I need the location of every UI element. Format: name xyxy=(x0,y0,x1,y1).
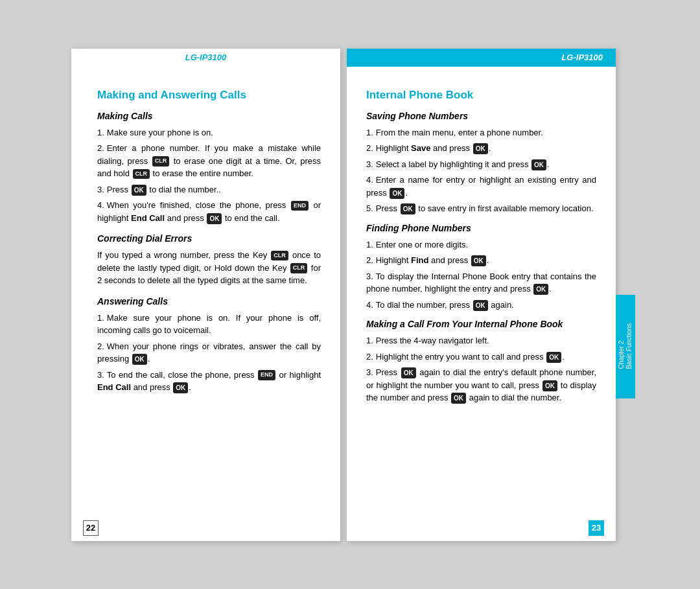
saving-list: 1.From the main menu, enter a phone numb… xyxy=(366,126,596,215)
left-page-number: 22 xyxy=(83,520,99,536)
left-page-content: Making and Answering Calls Making Calls … xyxy=(97,89,321,394)
list-item: 1.From the main menu, enter a phone numb… xyxy=(366,126,596,139)
chapter-label: Chapter 2 Basic Functions xyxy=(618,323,633,369)
ok-badge: OK xyxy=(533,284,548,295)
subsection-saving: Saving Phone Numbers xyxy=(366,111,596,121)
chapter-number: Chapter 2 xyxy=(618,323,625,369)
list-item: 1.Make sure your phone is on. xyxy=(97,126,321,139)
ok-badge: OK xyxy=(132,354,147,365)
subsection-finding: Finding Phone Numbers xyxy=(366,223,596,233)
ok-badge: OK xyxy=(531,159,546,170)
right-header-title: LG-IP3100 xyxy=(561,52,603,62)
subsection-making-calls: Making Calls xyxy=(97,111,321,121)
end-badge: END xyxy=(291,201,309,211)
subsection-answering: Answering Calls xyxy=(97,296,321,306)
ok-badge: OK xyxy=(207,213,222,224)
list-item: 3.Press OK to dial the number.. xyxy=(97,183,321,196)
ok-badge: OK xyxy=(401,367,416,378)
ok-badge: OK xyxy=(173,382,188,393)
ok-badge: OK xyxy=(451,393,466,404)
ok-badge: OK xyxy=(542,380,557,391)
list-item: 5.Press OK to save entry in first availa… xyxy=(366,202,596,215)
correcting-paragraph: If you typed a wrong number, press the K… xyxy=(97,249,321,287)
clr-badge: CLR xyxy=(290,263,308,273)
right-page: LG-IP3100 Internal Phone Book Saving Pho… xyxy=(347,49,616,541)
ok-badge: OK xyxy=(546,352,561,363)
right-page-content: Internal Phone Book Saving Phone Numbers… xyxy=(366,89,596,404)
ok-badge: OK xyxy=(471,255,486,266)
subsection-correcting: Correcting Dial Errors xyxy=(97,233,321,244)
list-item: 3.To display the Internal Phone Book ent… xyxy=(366,270,596,295)
list-item: 1.Enter one or more digits. xyxy=(366,238,596,251)
call-from-internal-list: 1.Press the 4-way navigator left. 2.High… xyxy=(366,334,596,404)
list-item: 2.Enter a phone number. If you make a mi… xyxy=(97,142,321,180)
page-spread: LG-IP3100 Making and Answering Calls Mak… xyxy=(71,49,629,541)
list-item: 3.To end the call, close the phone, pres… xyxy=(97,369,321,394)
chapter-side-tab: Chapter 2 Basic Functions xyxy=(616,295,635,398)
list-item: 1.Make sure your phone is on. If your ph… xyxy=(97,312,321,337)
left-page: LG-IP3100 Making and Answering Calls Mak… xyxy=(71,49,340,541)
clr-badge: CLR xyxy=(152,156,170,167)
list-item: 1.Press the 4-way navigator left. xyxy=(366,334,596,347)
ok-badge: OK xyxy=(473,143,488,154)
ok-badge: OK xyxy=(401,203,415,214)
subsection-call-from-internal: Making a Call From Your Internal Phone B… xyxy=(366,319,596,329)
ok-badge: OK xyxy=(390,188,404,199)
list-item: 2.Highlight Save and press OK. xyxy=(366,142,596,155)
list-item: 2.When your phone rings or vibrates, ans… xyxy=(97,340,321,365)
answering-calls-list: 1.Make sure your phone is on. If your ph… xyxy=(97,312,321,394)
list-item: 4.Enter a name for entry or highlight an… xyxy=(366,174,596,199)
list-item: 3.Press OK again to dial the entry's def… xyxy=(366,366,596,404)
list-item: 2.Highlight Find and press OK. xyxy=(366,254,596,267)
list-item: 4.To dial the number, press OK again. xyxy=(366,299,596,312)
finding-list: 1.Enter one or more digits. 2.Highlight … xyxy=(366,238,596,312)
left-header-title: LG-IP3100 xyxy=(185,52,227,62)
right-page-header: LG-IP3100 xyxy=(347,49,616,67)
list-item: 3.Select a label by highlighting it and … xyxy=(366,158,596,171)
clr-badge: CLR xyxy=(271,251,288,261)
making-calls-list: 1.Make sure your phone is on. 2.Enter a … xyxy=(97,126,321,225)
right-section-title: Internal Phone Book xyxy=(366,89,596,102)
ok-badge: OK xyxy=(473,300,488,311)
ok-badge: OK xyxy=(132,185,146,196)
left-section-title: Making and Answering Calls xyxy=(97,89,321,102)
right-page-number: 23 xyxy=(589,520,604,536)
chapter-name: Basic Functions xyxy=(625,323,633,369)
clr-badge: CLR xyxy=(133,169,150,179)
end-badge: END xyxy=(258,370,275,380)
left-page-header: LG-IP3100 xyxy=(71,49,340,67)
list-item: 2.Highlight the entry you want to call a… xyxy=(366,351,596,364)
list-item: 4.When you're finished, close the phone,… xyxy=(97,199,321,224)
